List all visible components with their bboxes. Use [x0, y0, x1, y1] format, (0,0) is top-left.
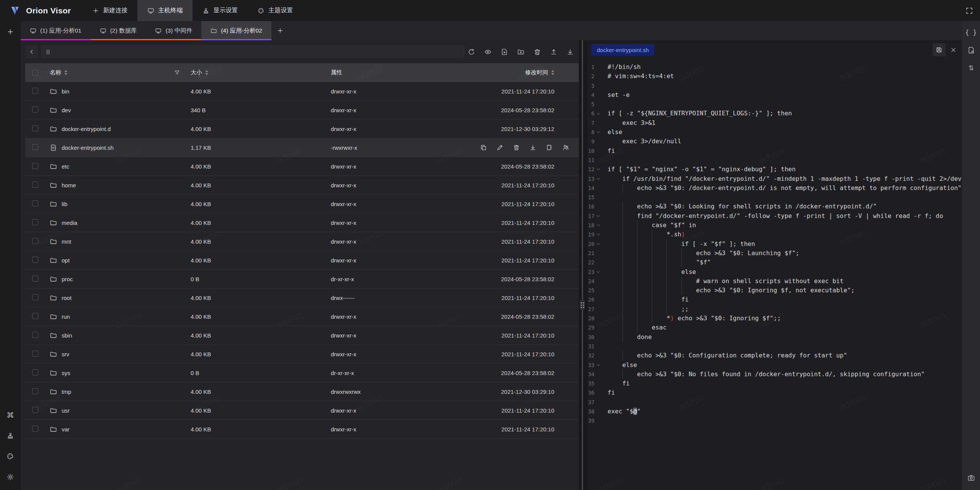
terminal-tab[interactable]: (1) 应用-分析01	[21, 21, 91, 40]
table-row[interactable]: lib4.00 KBdrwxr-xr-x2021-11-24 17:20:10	[25, 195, 579, 213]
row-checkbox[interactable]	[32, 238, 38, 244]
add-connection-icon[interactable]	[7, 28, 14, 36]
row-checkbox[interactable]	[32, 257, 38, 263]
table-row[interactable]: var4.00 KBdrwxr-xr-x2021-11-24 17:20:10	[25, 420, 579, 439]
command-icon[interactable]	[7, 411, 14, 419]
editor-file-tab[interactable]: docker-entrypoint.sh	[591, 44, 654, 56]
stamp-icon[interactable]	[7, 432, 14, 439]
table-row[interactable]: docker-entrypoint.sh1.17 KB-rwxrwxr-x	[25, 138, 579, 157]
upload-icon[interactable]	[550, 48, 557, 56]
table-row[interactable]: dev340 Bdrwxr-xr-x2024-05-28 23:58:02	[25, 101, 579, 120]
file-bookmark-icon[interactable]	[967, 46, 975, 54]
terminal-tabbar: (1) 应用-分析01(2) 数据库(3) 中间件(4) 应用-分析02	[21, 21, 962, 40]
code-editor[interactable]: 1#!/bin/sh2# vim:sw=4:ts=4:et34set -e56i…	[588, 59, 962, 490]
fold-chevron-down-icon[interactable]	[595, 128, 602, 137]
table-row[interactable]: srv4.00 KBdrwxr-xr-x2021-11-24 17:20:10	[25, 345, 579, 364]
cell-attr: drwxr-xr-x	[331, 107, 480, 113]
right-icon-strip: { }	[962, 21, 980, 490]
row-checkbox[interactable]	[32, 88, 38, 94]
fold-chevron-down-icon[interactable]	[595, 211, 602, 221]
sort-transfer-icon[interactable]	[967, 64, 975, 72]
header-name[interactable]: 名称	[50, 69, 191, 76]
fold-chevron-down-icon[interactable]	[595, 165, 602, 174]
fold-chevron-down-icon[interactable]	[595, 230, 602, 239]
table-row[interactable]: sbin4.00 KBdrwxr-xr-x2021-11-24 17:20:10	[25, 326, 579, 345]
table-row[interactable]: tmp4.00 KBdrwxrwxrwx2021-12-30 03:29:10	[25, 382, 579, 401]
row-pencil-icon[interactable]	[497, 144, 503, 151]
row-users-icon[interactable]	[562, 144, 569, 151]
row-checkbox[interactable]	[32, 125, 38, 131]
divider-drag-handle[interactable]	[580, 300, 585, 310]
header-size[interactable]: 大小	[191, 69, 331, 76]
file-plus-icon[interactable]	[501, 48, 508, 56]
download-icon[interactable]	[567, 48, 574, 56]
braces-icon[interactable]: { }	[965, 29, 977, 36]
table-row[interactable]: proc0 Bdr-xr-xr-x2024-05-28 23:58:02	[25, 270, 579, 288]
row-checkbox[interactable]	[32, 200, 38, 206]
fold-chevron-down-icon[interactable]	[595, 239, 602, 249]
path-input[interactable]	[54, 49, 461, 55]
cell-name: docker-entrypoint.d	[62, 126, 111, 132]
table-row[interactable]: root4.00 KBdrwx------2021-11-24 17:20:10	[25, 288, 579, 307]
nav-item[interactable]: 新建连接	[82, 0, 137, 21]
table-row[interactable]: run4.00 KBdrwxr-xr-x2024-05-28 23:58:02	[25, 307, 579, 326]
row-checkbox[interactable]	[32, 313, 38, 319]
code-line: 27 ;;	[588, 305, 962, 314]
cell-mtime: 2021-11-24 17:20:10	[480, 182, 579, 188]
new-tab-button[interactable]	[271, 21, 289, 40]
fold-chevron-down-icon[interactable]	[595, 221, 602, 230]
row-checkbox[interactable]	[32, 294, 38, 300]
table-row[interactable]: etc4.00 KBdrwxr-xr-x2024-05-28 23:58:02	[25, 157, 579, 176]
table-row[interactable]: docker-entrypoint.d4.00 KBdrwxr-xr-x2021…	[25, 120, 579, 138]
code-text: #!/bin/sh	[602, 62, 962, 72]
fold-chevron-down-icon[interactable]	[595, 109, 602, 118]
fold-chevron-down-icon[interactable]	[595, 174, 602, 184]
brand[interactable]: Orion Visor	[0, 0, 82, 21]
row-checkbox[interactable]	[32, 388, 38, 394]
row-checkbox[interactable]	[32, 275, 38, 282]
select-all-checkbox[interactable]	[32, 70, 38, 76]
row-checkbox[interactable]	[32, 332, 38, 338]
row-checkbox[interactable]	[32, 163, 38, 169]
nav-item[interactable]: 主题设置	[248, 0, 303, 21]
screenshot-camera-icon[interactable]	[967, 474, 975, 482]
header-mtime[interactable]: 修改时间	[480, 69, 579, 76]
row-checkbox[interactable]	[32, 144, 38, 150]
row-checkbox[interactable]	[32, 351, 38, 357]
terminal-tab[interactable]: (4) 应用-分析02	[201, 21, 271, 40]
trash-icon[interactable]	[534, 48, 541, 56]
fold-chevron-down-icon[interactable]	[595, 361, 602, 370]
row-checkbox[interactable]	[32, 407, 38, 413]
close-editor-button[interactable]	[950, 47, 957, 53]
terminal-tab[interactable]: (2) 数据库	[91, 21, 146, 40]
table-row[interactable]: mnt4.00 KBdrwxr-xr-x2021-11-24 17:20:10	[25, 232, 579, 251]
palette-icon[interactable]	[7, 452, 14, 460]
gear-icon[interactable]	[7, 473, 14, 481]
filter-funnel-icon[interactable]	[174, 70, 180, 75]
folder-plus-icon[interactable]	[517, 48, 524, 56]
refresh-icon[interactable]	[468, 48, 475, 56]
table-row[interactable]: usr4.00 KBdrwxr-xr-x2021-11-24 17:20:10	[25, 401, 579, 420]
table-row[interactable]: media4.00 KBdrwxr-xr-x2021-11-24 17:20:1…	[25, 213, 579, 232]
terminal-tab[interactable]: (3) 中间件	[146, 21, 201, 40]
row-copy-icon[interactable]	[480, 144, 487, 151]
nav-item[interactable]: 主机终端	[137, 0, 193, 21]
row-trash-icon[interactable]	[513, 144, 520, 151]
fold-chevron-down-icon[interactable]	[595, 267, 602, 277]
row-snippet-icon[interactable]	[546, 144, 553, 151]
table-row[interactable]: sys0 Bdr-xr-xr-x2024-05-28 23:58:02	[25, 364, 579, 382]
table-row[interactable]: opt4.00 KBdrwxr-xr-x2021-11-24 17:20:10	[25, 251, 579, 270]
row-checkbox[interactable]	[32, 107, 38, 113]
nav-item[interactable]: 显示设置	[193, 0, 248, 21]
row-checkbox[interactable]	[32, 426, 38, 432]
table-row[interactable]: home4.00 KBdrwxr-xr-x2021-11-24 17:20:10	[25, 176, 579, 195]
row-checkbox[interactable]	[32, 219, 38, 225]
eye-icon[interactable]	[484, 48, 492, 56]
row-download-icon[interactable]	[529, 144, 536, 151]
row-checkbox[interactable]	[32, 182, 38, 188]
table-row[interactable]: bin4.00 KBdrwxr-xr-x2021-11-24 17:20:10	[25, 82, 579, 101]
fullscreen-icon[interactable]	[965, 7, 973, 15]
back-button[interactable]	[25, 45, 38, 58]
save-button[interactable]	[933, 43, 946, 56]
row-checkbox[interactable]	[32, 369, 38, 375]
